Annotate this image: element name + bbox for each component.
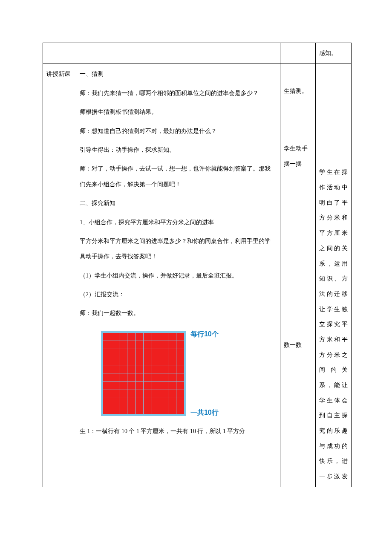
grid-cell [127, 365, 135, 373]
cell-stage: 讲授新课 [43, 64, 76, 487]
grid-cell [119, 365, 127, 373]
activity: 数一数 [284, 338, 312, 353]
grid-cell [144, 406, 151, 414]
grid-cell [127, 398, 135, 406]
grid-cell [168, 357, 176, 365]
grid-cell [176, 373, 184, 381]
grid-cell [127, 406, 135, 414]
grid-cell [152, 349, 160, 357]
paragraph: 生 1：一横行有 10 个 1 平方厘米，一共有 10 行，所以 1 平方分 [80, 424, 277, 439]
grid-cell [103, 341, 111, 349]
grid-cell [127, 333, 135, 341]
grid-cell [152, 398, 160, 406]
grid-cell [119, 406, 127, 414]
grid-cell [152, 333, 160, 341]
grid-cell [111, 406, 119, 414]
grid-cell [168, 398, 176, 406]
grid-cell [135, 398, 143, 406]
grid-cell [152, 365, 160, 373]
grid-cell [168, 406, 176, 414]
grid-cell [135, 382, 143, 389]
text: 感知。 [319, 50, 337, 56]
grid-cell [103, 398, 111, 406]
table-row: 讲授新课 一、猜测 师：我们先来猜一猜，哪两个相邻的面积单位之间的进率会是多少？… [43, 64, 352, 487]
grid-cell [135, 390, 143, 398]
lesson-plan-table: 感知。 讲授新课 一、猜测 师：我们先来猜一猜，哪两个相邻的面积单位之间的进率会… [43, 43, 352, 487]
grid-cell [152, 373, 160, 381]
cell-empty [280, 43, 316, 64]
grid-cell [160, 349, 168, 357]
grid-cell [160, 373, 168, 381]
paragraph: 师：想知道自己的猜测对不对，最好的办法是什么？ [80, 124, 277, 139]
grid-cell [176, 406, 184, 414]
grid-cell [144, 341, 151, 349]
grid-10x10 [101, 331, 186, 416]
diagram-label-bottom: 一共10行 [190, 408, 219, 416]
grid-cell [168, 382, 176, 389]
grid-cell [111, 349, 119, 357]
section-heading: 二、探究新知 [80, 196, 277, 211]
grid-cell [144, 333, 151, 341]
grid-cell [160, 390, 168, 398]
grid-cell [111, 357, 119, 365]
grid-cell [119, 390, 127, 398]
cell-student-activity: 生猜测。 学生动手摆一摆 数一数 [280, 64, 316, 487]
grid-cell [127, 349, 135, 357]
grid-cell [176, 357, 184, 365]
grid-cell [127, 390, 135, 398]
grid-cell [119, 333, 127, 341]
grid-cell [103, 333, 111, 341]
grid-cell [160, 365, 168, 373]
grid-cell [176, 382, 184, 389]
grid-cell [160, 333, 168, 341]
grid-cell [135, 406, 143, 414]
grid-diagram: 每行10个 一共10行 [80, 325, 277, 424]
paragraph: 引导生得出：动手操作，探求新知。 [80, 142, 277, 158]
grid-cell [176, 390, 184, 398]
grid-cell [144, 390, 151, 398]
cell-prev-continuation: 感知。 [316, 43, 352, 64]
cell-empty [76, 43, 280, 64]
intent-text: 学生在操作活动中明白了平方分米和平方厘米之间的关系，运用知识、方法的迁移让学生独… [319, 165, 348, 484]
diagram-label-top: 每行10个 [190, 330, 219, 338]
paragraph: 师根据生猜测板书猜测结果。 [80, 104, 277, 120]
paragraph: （2）汇报交流： [80, 287, 277, 302]
cell-teacher-content: 一、猜测 师：我们先来猜一猜，哪两个相邻的面积单位之间的进率会是多少？ 师根据生… [76, 64, 280, 487]
cell-design-intent: 学生在操作活动中明白了平方分米和平方厘米之间的关系，运用知识、方法的迁移让学生独… [316, 64, 352, 487]
cell-empty [43, 43, 76, 64]
grid-cell [168, 365, 176, 373]
grid-cell [127, 382, 135, 389]
grid-cell [111, 373, 119, 381]
grid-cell [176, 365, 184, 373]
grid-cell [152, 390, 160, 398]
grid-cell [119, 341, 127, 349]
paragraph: 师：我们一起数一数。 [80, 306, 277, 321]
grid-cell [103, 406, 111, 414]
grid-cell [119, 357, 127, 365]
grid-cell [152, 406, 160, 414]
grid-cell [111, 382, 119, 389]
grid-cell [168, 341, 176, 349]
grid-cell [135, 373, 143, 381]
grid-cell [168, 349, 176, 357]
grid-cell [152, 357, 160, 365]
activity: 生猜测。 [284, 84, 312, 99]
grid-cell [160, 382, 168, 389]
grid-cell [168, 373, 176, 381]
grid-cell [119, 382, 127, 389]
grid-cell [119, 349, 127, 357]
grid-cell [144, 398, 151, 406]
grid-cell [176, 341, 184, 349]
grid-cell [127, 341, 135, 349]
grid-cell [103, 357, 111, 365]
grid-cell [176, 349, 184, 357]
paragraph: 平方分米和平方厘米之间的进率是多少？和你的同桌合作，利用手里的学具动手操作，去寻… [80, 234, 277, 265]
paragraph: 师：对了，动手操作，去试一试，想一想，也许你就能得到答案了。那我们先来小组合作，… [80, 161, 277, 192]
paragraph: （1）学生小组内交流，操作，并做好记录，最后全班汇报。 [80, 268, 277, 283]
stage-label: 讲授新课 [46, 71, 70, 77]
grid-cell [103, 373, 111, 381]
grid-cell [160, 357, 168, 365]
grid-cell [111, 333, 119, 341]
grid-cell [176, 333, 184, 341]
grid-cell [103, 349, 111, 357]
